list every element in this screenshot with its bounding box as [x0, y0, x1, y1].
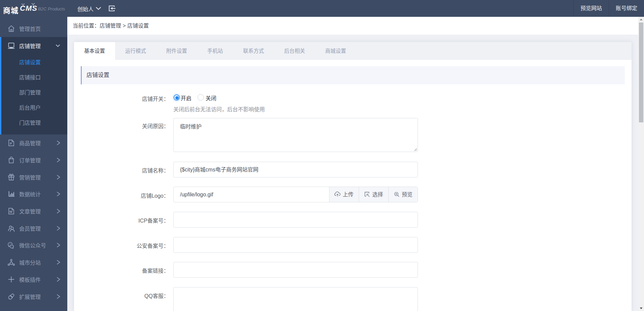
svg-text:W: W	[9, 210, 12, 213]
svg-text:P: P	[10, 142, 12, 146]
